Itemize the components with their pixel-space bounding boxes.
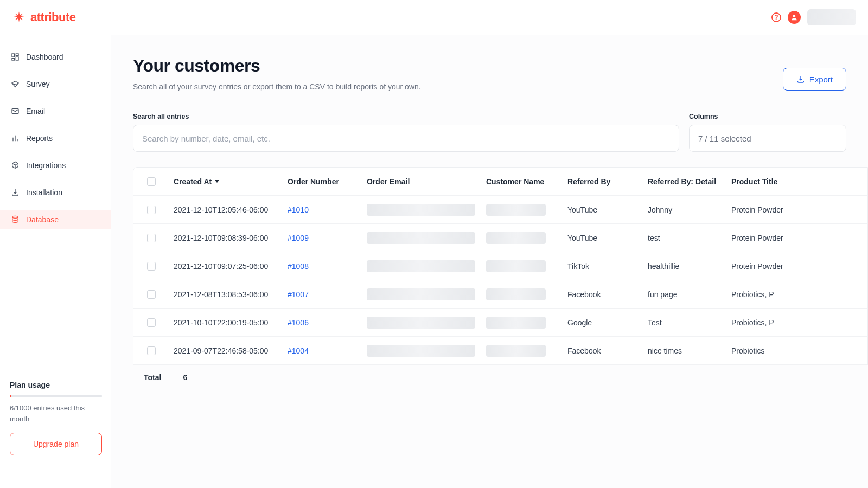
topbar-right: ?	[771, 9, 856, 25]
row-checkbox[interactable]	[147, 262, 156, 271]
cell-created-at: 2021-12-10T09:07:25-06:00	[169, 262, 283, 271]
column-header-label: Created At	[174, 177, 212, 186]
search-input[interactable]	[142, 134, 670, 143]
select-all-checkbox[interactable]	[147, 177, 156, 186]
cell-referred-detail: nice times	[643, 346, 727, 355]
sidebar-item-label: Dashboard	[26, 53, 63, 61]
redacted-email	[367, 204, 475, 216]
column-header-referred-detail[interactable]: Referred By: Detail	[643, 177, 727, 186]
columns-label: Columns	[689, 113, 846, 120]
cell-referred-by: Google	[563, 318, 643, 327]
cell-product-title: Probiotics, P	[727, 290, 792, 299]
order-number-link[interactable]: #1007	[288, 290, 309, 299]
sidebar-item-email[interactable]: Email	[0, 101, 111, 121]
sidebar-item-reports[interactable]: Reports	[0, 129, 111, 148]
redacted-name	[486, 288, 546, 300]
row-checkbox-cell	[133, 206, 169, 214]
row-checkbox[interactable]	[147, 290, 156, 299]
reports-icon	[11, 134, 20, 143]
table-row[interactable]: 2021-12-08T13:08:53-06:00 #1007 Facebook…	[133, 280, 867, 309]
cell-order-number: #1008	[283, 262, 362, 271]
download-icon	[796, 75, 805, 84]
user-avatar[interactable]	[788, 11, 801, 24]
customers-table: Created At Order Number Order Email Cust…	[133, 167, 868, 365]
cell-order-email	[362, 204, 482, 216]
sidebar-item-installation[interactable]: Installation	[0, 183, 111, 202]
sidebar-item-label: Survey	[26, 80, 50, 88]
table-row[interactable]: 2021-12-10T09:07:25-06:00 #1008 TikTok h…	[133, 252, 867, 280]
cell-referred-by: Facebook	[563, 346, 643, 355]
column-header-referred-by[interactable]: Referred By	[563, 177, 643, 186]
order-number-link[interactable]: #1009	[288, 234, 309, 242]
cell-customer-name	[482, 288, 563, 300]
cell-order-number: #1006	[283, 318, 362, 327]
cell-referred-detail: Test	[643, 318, 727, 327]
cell-order-number: #1007	[283, 290, 362, 299]
export-button[interactable]: Export	[783, 68, 846, 91]
cell-order-email	[362, 260, 482, 272]
plan-usage-text: 6/1000 entries used this month	[10, 403, 101, 424]
help-icon[interactable]: ?	[771, 12, 781, 22]
row-checkbox[interactable]	[147, 346, 156, 355]
table-body: 2021-12-10T12:05:46-06:00 #1010 YouTube …	[133, 196, 867, 365]
cell-created-at: 2021-12-08T13:08:53-06:00	[169, 290, 283, 299]
nav: Dashboard Survey Email Reports Integrati…	[0, 47, 111, 237]
column-header-customer-name[interactable]: Customer Name	[482, 177, 563, 186]
installation-icon	[11, 188, 20, 197]
cell-referred-detail: healthillie	[643, 262, 727, 271]
redacted-email	[367, 232, 475, 244]
column-header-product-title[interactable]: Product Title	[727, 177, 792, 186]
row-checkbox[interactable]	[147, 318, 156, 327]
brand[interactable]: attribute	[12, 10, 76, 24]
svg-point-0	[793, 15, 796, 17]
row-checkbox[interactable]	[147, 234, 156, 242]
column-header-created-at[interactable]: Created At	[169, 177, 283, 186]
cell-customer-name	[482, 232, 563, 244]
export-button-label: Export	[809, 75, 833, 84]
controls-row: Search all entries Columns 7 / 11 select…	[133, 113, 846, 152]
redacted-name	[486, 260, 546, 272]
cell-order-email	[362, 232, 482, 244]
sidebar-item-integrations[interactable]: Integrations	[0, 156, 111, 175]
row-checkbox[interactable]	[147, 206, 156, 214]
svg-rect-1	[12, 54, 15, 57]
cell-referred-by: TikTok	[563, 262, 643, 271]
order-number-link[interactable]: #1010	[288, 206, 309, 214]
redacted-email	[367, 345, 475, 357]
row-checkbox-cell	[133, 234, 169, 242]
table-row[interactable]: 2021-12-10T12:05:46-06:00 #1010 YouTube …	[133, 196, 867, 224]
table-row[interactable]: 2021-10-10T22:00:19-05:00 #1006 Google T…	[133, 309, 867, 337]
column-header-order-email[interactable]: Order Email	[362, 177, 482, 186]
table-header-row: Created At Order Number Order Email Cust…	[133, 168, 867, 196]
search-input-wrap	[133, 125, 679, 152]
columns-selected-value: 7 / 11 selected	[698, 134, 837, 143]
user-menu-pill[interactable]	[807, 9, 856, 25]
redacted-name	[486, 204, 546, 216]
total-count: 6	[183, 373, 187, 382]
svg-rect-3	[16, 57, 18, 60]
plan-progress-fill	[10, 395, 11, 397]
sidebar-item-database[interactable]: Database	[0, 210, 111, 229]
redacted-name	[486, 232, 546, 244]
sidebar-item-survey[interactable]: Survey	[0, 74, 111, 94]
order-number-link[interactable]: #1004	[288, 346, 309, 355]
columns-select-wrap[interactable]: 7 / 11 selected	[689, 125, 846, 152]
svg-point-6	[12, 216, 18, 218]
plan-usage-panel: Plan usage 6/1000 entries used this mont…	[0, 381, 111, 488]
order-number-link[interactable]: #1006	[288, 318, 309, 327]
table-row[interactable]: 2021-12-10T09:08:39-06:00 #1009 YouTube …	[133, 224, 867, 252]
column-header-order-number[interactable]: Order Number	[283, 177, 362, 186]
redacted-email	[367, 317, 475, 329]
table-row[interactable]: 2021-09-07T22:46:58-05:00 #1004 Facebook…	[133, 337, 867, 365]
cell-order-number: #1009	[283, 234, 362, 242]
redacted-email	[367, 288, 475, 300]
svg-rect-4	[12, 59, 15, 60]
person-icon	[790, 14, 798, 21]
order-number-link[interactable]: #1008	[288, 262, 309, 271]
redacted-email	[367, 260, 475, 272]
page-subtitle: Search all of your survey entries or exp…	[133, 82, 421, 91]
cell-referred-detail: test	[643, 234, 727, 242]
upgrade-plan-button[interactable]: Upgrade plan	[10, 433, 102, 455]
cell-created-at: 2021-09-07T22:46:58-05:00	[169, 346, 283, 355]
sidebar-item-dashboard[interactable]: Dashboard	[0, 47, 111, 67]
